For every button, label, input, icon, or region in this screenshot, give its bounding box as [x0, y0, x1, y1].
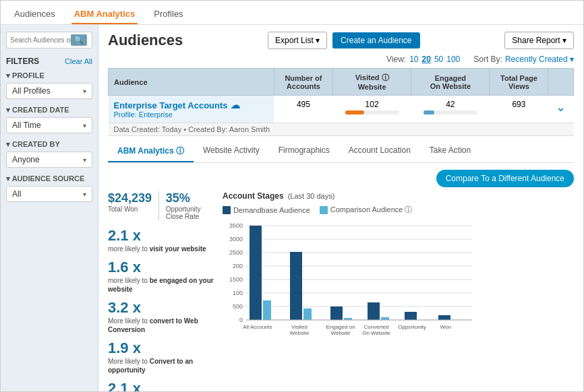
svg-text:All Accounts: All Accounts: [243, 324, 272, 330]
svg-rect-17: [263, 300, 271, 320]
page-title: Audiences: [108, 32, 183, 49]
likelihood-engaged-text: more likely to be engaged on your websit…: [108, 276, 216, 294]
svg-rect-25: [438, 315, 450, 320]
svg-text:500: 500: [233, 303, 243, 310]
legend-demandbase: Demandbase Audience: [223, 205, 310, 215]
likelihood-close-value: 2.1 x: [108, 380, 216, 391]
svg-rect-19: [303, 308, 312, 320]
total-won-metric: $24,239 Total Won: [108, 191, 152, 220]
tab-abm-analytics[interactable]: ABM Analytics: [71, 3, 138, 24]
view-50[interactable]: 50: [434, 55, 443, 64]
sidebar: 🔍 FILTERS Clear All ▾ PROFILE All Profil…: [1, 25, 98, 391]
svg-text:On Website: On Website: [362, 330, 390, 336]
likelihood-engaged-value: 1.6 x: [108, 259, 216, 276]
col-accounts: Number ofAccounts: [274, 69, 332, 96]
likelihood-visit-value: 2.1 x: [108, 227, 216, 244]
analytics-content: Compare To a Different Audience $24,239 …: [108, 163, 574, 391]
close-rate-metric: 35% Opportunity Close Rate: [166, 191, 216, 220]
legend-comparison-dot: [320, 206, 328, 214]
svg-rect-22: [368, 302, 380, 320]
tab-account-location[interactable]: Account Location: [339, 141, 420, 162]
tab-website-activity[interactable]: Website Activity: [194, 141, 269, 162]
audience-name-cell: Enterprise Target Accounts ☁ Profile: En…: [109, 96, 274, 123]
svg-rect-24: [405, 312, 417, 320]
svg-rect-20: [330, 306, 343, 320]
clear-all-button[interactable]: Clear All: [65, 57, 92, 65]
profile-filter-value: All Profiles: [12, 86, 51, 96]
likelihood-opportunity-text: More likely to Convert to an opportunity: [108, 357, 216, 374]
col-visited: Visited ⓘWebsite: [333, 69, 411, 96]
svg-text:3500: 3500: [229, 222, 243, 229]
legend-comparison: Comparison Audience ⓘ: [320, 205, 413, 215]
search-button[interactable]: 🔍: [71, 34, 87, 46]
tab-abm-analytics-sub[interactable]: ABM Analytics ⓘ: [108, 141, 194, 162]
search-box[interactable]: 🔍: [6, 32, 92, 48]
col-pageviews: Total PageViews: [490, 69, 548, 96]
table-row: Enterprise Target Accounts ☁ Profile: En…: [109, 96, 574, 123]
expand-icon[interactable]: ⌄: [556, 100, 566, 114]
export-list-button[interactable]: Export List ▾: [268, 32, 327, 49]
tab-firmographics[interactable]: Firmographics: [269, 141, 339, 162]
header-actions: Export List ▾ Create an Audience: [268, 32, 419, 49]
created-date-filter-value: All Time: [12, 121, 41, 130]
likelihood-convert-web: 3.2 x More likely to convert to Web Conv…: [108, 299, 216, 334]
svg-text:1500: 1500: [229, 276, 243, 283]
profile-link[interactable]: Profile: Enterprise: [114, 110, 269, 119]
view-100[interactable]: 100: [446, 55, 460, 64]
profile-filter-dropdown[interactable]: All Profiles ▾: [6, 83, 92, 99]
audience-source-filter-dropdown[interactable]: All ▾: [6, 186, 92, 202]
engaged-stat: 42: [411, 96, 490, 123]
tab-audiences[interactable]: Audiences: [11, 3, 58, 24]
share-report-button[interactable]: Share Report ▾: [504, 32, 574, 49]
svg-text:Engaged on: Engaged on: [326, 324, 355, 330]
likelihood-opportunity: 1.9 x More likely to Convert to an oppor…: [108, 339, 216, 374]
audience-table: Audience Number ofAccounts Visited ⓘWebs…: [108, 68, 574, 136]
sort-recently-created[interactable]: Recently Created ▾: [505, 55, 574, 64]
created-date-filter-title: ▾ CREATED DATE: [6, 106, 92, 115]
audience-name-link[interactable]: Enterprise Target Accounts ☁: [114, 100, 269, 110]
search-input[interactable]: [10, 36, 71, 44]
top-metrics: $24,239 Total Won 35% Opportunity Close …: [108, 191, 216, 220]
created-date-filter-dropdown[interactable]: All Time ▾: [6, 117, 92, 133]
svg-text:3000: 3000: [229, 236, 243, 242]
profile-filter-section: ▾ PROFILE All Profiles ▾: [6, 71, 92, 99]
view-20[interactable]: 20: [422, 55, 431, 64]
svg-rect-16: [250, 226, 262, 320]
audience-source-filter-section: ▾ AUDIENCE SOURCE All ▾: [6, 174, 92, 202]
tab-take-action[interactable]: Take Action: [420, 141, 480, 162]
svg-text:200: 200: [233, 263, 243, 269]
view-10[interactable]: 10: [409, 55, 418, 64]
legend-demandbase-label: Demandbase Audience: [233, 206, 310, 214]
svg-text:Website: Website: [331, 330, 351, 336]
expand-cell[interactable]: ⌄: [548, 96, 574, 123]
likelihood-visit-text: more likely to visit your website: [108, 244, 216, 253]
bar-chart: 3500 3000 2500 200 1500 100 500 0: [223, 219, 479, 340]
content-area: Audiences Export List ▾ Create an Audien…: [98, 25, 583, 391]
view-label: View:: [386, 55, 406, 64]
audience-source-filter-title: ▾ AUDIENCE SOURCE: [6, 174, 92, 183]
tab-profiles[interactable]: Profiles: [151, 3, 185, 24]
close-rate-value: 35%: [166, 191, 216, 205]
svg-text:Won: Won: [440, 324, 451, 330]
sort-by-label: Sort By:: [473, 55, 502, 64]
svg-text:Opportunity: Opportunity: [398, 324, 426, 330]
compare-audience-button[interactable]: Compare To a Different Audience: [436, 170, 574, 187]
svg-text:100: 100: [233, 290, 243, 296]
create-audience-button[interactable]: Create an Audience: [332, 32, 419, 48]
left-stats: $24,239 Total Won 35% Opportunity Close …: [108, 191, 216, 391]
chart-legend: Demandbase Audience Comparison Audience …: [223, 205, 574, 215]
profile-caret-icon: ▾: [83, 88, 86, 95]
svg-text:2500: 2500: [229, 249, 243, 256]
created-date-filter-section: ▾ CREATED DATE All Time ▾: [6, 106, 92, 133]
chart-subtitle: (Last 30 days): [288, 192, 335, 200]
legend-comparison-label: Comparison Audience ⓘ: [330, 205, 413, 215]
svg-text:Visited: Visited: [291, 324, 308, 330]
col-engaged: EngagedOn Website: [411, 69, 490, 96]
likelihood-engaged: 1.6 x more likely to be engaged on your …: [108, 259, 216, 294]
created-by-filter-dropdown[interactable]: Anyone ▾: [6, 152, 92, 168]
enterprise-audience-label: Enterprise Target Accounts: [114, 100, 228, 110]
chart-title: Account Stages: [223, 191, 284, 201]
total-won-label: Total Won: [108, 205, 152, 213]
created-date-caret-icon: ▾: [83, 122, 86, 129]
likelihood-convert-web-text: More likely to convert to Web Conversion: [108, 317, 216, 334]
